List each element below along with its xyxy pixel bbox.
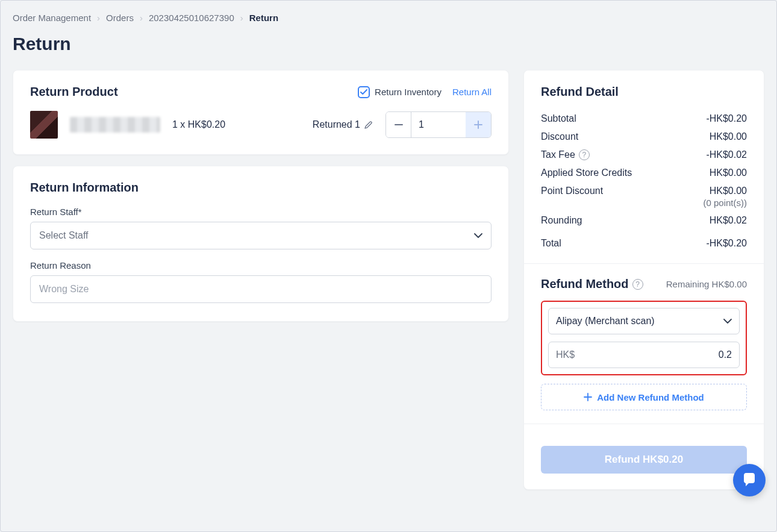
product-row: 1 x HK$0.20 Returned 1	[30, 111, 491, 139]
return-staff-select[interactable]: Select Staff	[30, 222, 491, 249]
chevron-down-icon	[474, 233, 482, 238]
chat-icon	[741, 472, 757, 488]
stepper-plus-button[interactable]	[466, 112, 491, 137]
help-icon[interactable]: ?	[632, 279, 643, 290]
product-name	[70, 117, 160, 133]
breadcrumb-item-orders[interactable]: Orders	[106, 13, 134, 23]
refund-detail-card: Refund Detail Subtotal -HK$0.20 Discount…	[523, 70, 764, 490]
chat-fab[interactable]	[733, 464, 766, 496]
refund-method-title: Refund Method	[541, 277, 629, 291]
product-qty-price: 1 x HK$0.20	[172, 119, 225, 130]
return-reason-input[interactable]	[39, 284, 482, 295]
refund-amount-input[interactable]	[672, 349, 732, 360]
product-thumbnail	[30, 111, 58, 139]
return-staff-label: Return Staff*	[30, 207, 491, 217]
return-info-card: Return Information Return Staff* Select …	[13, 166, 509, 322]
refund-method-select[interactable]: Alipay (Merchant scan)	[548, 308, 740, 334]
return-reason-label: Return Reason	[30, 260, 491, 271]
return-info-title: Return Information	[30, 181, 491, 195]
chevron-right-icon: ›	[140, 13, 143, 23]
detail-row-tax-fee: Tax Fee? -HK$0.02	[541, 146, 747, 164]
chevron-right-icon: ›	[97, 13, 100, 23]
detail-row-point-discount-sub: (0 point(s))	[541, 198, 747, 208]
breadcrumb-item-order-id[interactable]: 20230425010627390	[149, 13, 234, 23]
refund-remaining: Remaining HK$0.00	[666, 279, 747, 289]
return-inventory-label: Return Inventory	[375, 87, 442, 97]
refund-method-highlight: Alipay (Merchant scan) HK$	[541, 301, 747, 375]
chevron-down-icon	[723, 319, 732, 324]
return-staff-placeholder: Select Staff	[39, 230, 89, 241]
detail-row-total: Total -HK$0.20	[541, 234, 747, 252]
help-icon[interactable]: ?	[579, 149, 590, 160]
detail-row-subtotal: Subtotal -HK$0.20	[541, 110, 747, 128]
quantity-stepper[interactable]	[385, 111, 491, 138]
chevron-right-icon: ›	[240, 13, 243, 23]
refund-amount-input-wrap[interactable]: HK$	[548, 342, 740, 368]
breadcrumb: Order Management › Orders › 202304250106…	[13, 13, 764, 23]
refund-method-selected: Alipay (Merchant scan)	[556, 316, 655, 327]
refund-button[interactable]: Refund HK$0.20	[541, 446, 747, 474]
add-refund-method-button[interactable]: Add New Refund Method	[541, 384, 747, 410]
stepper-minus-button[interactable]	[386, 112, 411, 137]
svg-rect-0	[395, 124, 403, 125]
return-product-card: Return Product Return Inventory Return A…	[13, 70, 509, 155]
breadcrumb-item-order-management[interactable]: Order Management	[13, 13, 91, 23]
returned-count: Returned 1	[313, 119, 373, 130]
check-icon	[358, 86, 370, 98]
currency-prefix: HK$	[556, 349, 575, 360]
detail-row-discount: Discount HK$0.00	[541, 128, 747, 146]
detail-row-applied-credits: Applied Store Credits HK$0.00	[541, 164, 747, 182]
detail-row-rounding: Rounding HK$0.02	[541, 211, 747, 230]
plus-icon	[584, 393, 592, 401]
stepper-input[interactable]	[411, 112, 466, 137]
return-inventory-checkbox[interactable]: Return Inventory	[358, 86, 442, 98]
page-title: Return	[13, 34, 764, 54]
return-product-title: Return Product	[30, 85, 118, 99]
return-all-link[interactable]: Return All	[452, 87, 491, 97]
pencil-icon[interactable]	[364, 120, 373, 130]
return-reason-input-wrap[interactable]	[30, 275, 491, 303]
breadcrumb-item-return: Return	[249, 13, 278, 23]
refund-detail-title: Refund Detail	[541, 85, 747, 99]
